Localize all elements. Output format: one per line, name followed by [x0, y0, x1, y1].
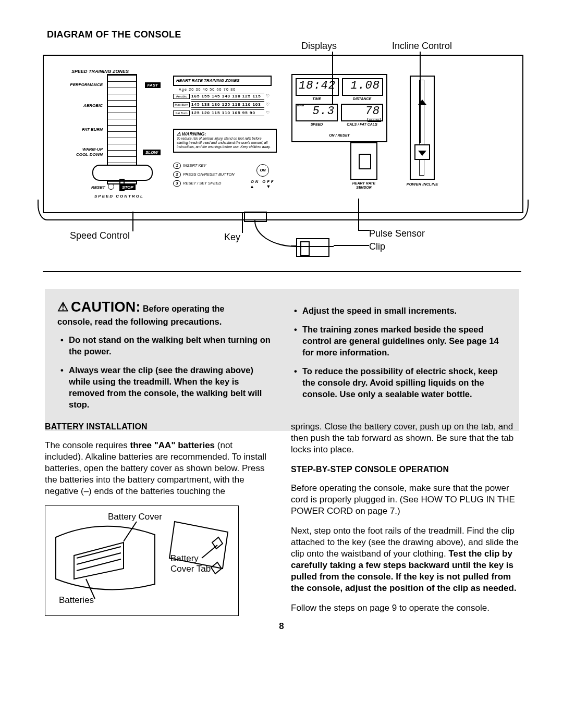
- step-1-text: INSERT KEY: [183, 163, 206, 168]
- battery-continued: springs. Close the battery cover, push u…: [291, 421, 519, 455]
- operation-p1: Before operating the console, make sure …: [291, 483, 519, 517]
- heading-battery: BATTERY INSTALLATION: [45, 421, 273, 433]
- display-panel: 18:42 1.08 TIME DISTANCE BPM 5.3 78 SPEE…: [291, 74, 387, 142]
- hrs-label-1: HEART RATE: [346, 181, 382, 186]
- page-number: 8: [0, 621, 563, 632]
- callout-clip: Clip: [369, 241, 385, 252]
- caution-item: To reduce the possibility of electric sh…: [297, 365, 507, 400]
- battery-paragraph: The console requires three "AA" batterie…: [45, 440, 273, 497]
- zone-cool-down: COOL-DOWN: [65, 152, 103, 157]
- lower-columns: BATTERY INSTALLATION The console require…: [45, 421, 519, 622]
- hrs-pad[interactable]: [350, 142, 377, 180]
- heart-icon: ♡: [266, 102, 270, 107]
- zone-performance: PERFORMANCE: [65, 82, 103, 87]
- operation-p2: Next, step onto the foot rails of the tr…: [291, 525, 519, 594]
- hrtz-fatburn-values: 125 120 115 110 105 95 90: [191, 109, 264, 116]
- hrtz-maxburn-values: 145 138 130 125 118 110 103: [191, 101, 264, 108]
- label-on-reset: ON / RESET: [296, 133, 383, 137]
- up-down-arrows-icon[interactable]: ▲ ▼: [250, 184, 276, 189]
- zone-warm-up: WARM-UP: [65, 147, 103, 152]
- label-pulse: PULSE: [368, 118, 381, 122]
- hrtz-aerobic-label: Aerobic: [173, 94, 190, 99]
- console-outline: SPEED TRAINING ZONES PERFORMANCE AEROBIC…: [43, 55, 523, 213]
- power-incline: POWER INCLINE: [396, 76, 448, 192]
- stop-label[interactable]: STOP: [120, 184, 136, 190]
- caution-item: The training zones marked beside the spe…: [297, 324, 507, 358]
- warning-body: To reduce risk of serious injury, stand …: [177, 137, 273, 149]
- belt-clip[interactable]: [296, 238, 329, 257]
- clip-pin: [291, 245, 296, 246]
- reset-icon: [108, 183, 114, 190]
- speed-control-label: SPEED CONTROL: [94, 194, 144, 199]
- on-button[interactable]: ON: [256, 164, 269, 177]
- hrtz-fatburn-label: Fat Burn: [173, 110, 190, 116]
- hrtz-maxburn-label: Max Burn: [173, 102, 190, 107]
- battery-figure: Battery Cover Battery Cover Tab Batterie…: [45, 505, 239, 616]
- step-1-icon: 1: [173, 163, 181, 169]
- caution-item: Adjust the speed in small increments.: [297, 305, 507, 316]
- step-2-text: PRESS ON/RESET BUTTON: [183, 172, 235, 177]
- tag-fast: FAST: [145, 82, 161, 88]
- caution-lead-2: console, read the following precautions.: [57, 315, 273, 328]
- warning-triangle-icon: ⚠: [177, 131, 181, 137]
- incline-up-arrow-icon[interactable]: [418, 95, 426, 105]
- hrtz-age-row: Age 20 30 40 50 60 70 80: [173, 88, 270, 91]
- heart-rate-zones: HEART RATE TRAINING ZONES Age 20 30 40 5…: [173, 76, 270, 116]
- leader-line: [358, 230, 370, 231]
- tag-slow: SLOW: [143, 150, 161, 155]
- zone-fat-burn: FAT BURN: [65, 127, 103, 132]
- svg-line-0: [124, 522, 137, 541]
- caution-item: Always wear the clip (see the drawing ab…: [64, 364, 273, 410]
- section-divider: [43, 271, 521, 272]
- heart-icon: ♡: [266, 94, 270, 98]
- incline-slider-track[interactable]: [410, 76, 435, 180]
- battery-text: The console requires: [45, 440, 130, 450]
- step-3-icon: 3: [173, 180, 181, 187]
- caution-item: Do not stand on the walking belt when tu…: [64, 334, 273, 357]
- stz-title: SPEED TRAINING ZONES: [71, 69, 129, 74]
- callout-key: Key: [224, 232, 240, 243]
- label-speed: SPEED: [296, 122, 338, 126]
- step-2-icon: 2: [173, 171, 181, 178]
- step-3-text: RESET / SET SPEED: [183, 181, 221, 186]
- heading-operation: STEP-BY-STEP CONSOLE OPERATION: [291, 464, 519, 475]
- display-time: 18:42: [296, 78, 339, 96]
- console-steps: 1INSERT KEY 2PRESS ON/RESET BUTTON 3RESE…: [173, 160, 235, 189]
- callout-incline-control: Incline Control: [392, 41, 452, 52]
- leader-line: [358, 199, 359, 231]
- manual-page: DIAGRAM OF THE CONSOLE Displays Incline …: [0, 0, 563, 728]
- caution-left-col: ⚠CAUTION: Before operating the console, …: [57, 301, 273, 417]
- caution-word: CAUTION:: [71, 299, 141, 315]
- leader-line: [132, 212, 133, 231]
- battery-line-art: [45, 506, 238, 615]
- reset-label: RESET: [91, 185, 105, 190]
- key-and-clip: [239, 209, 354, 259]
- hrs-label-2: SENSOR: [346, 186, 382, 190]
- caution-right-col: Adjust the speed in small increments. Th…: [291, 301, 507, 417]
- callout-speed-control: Speed Control: [70, 230, 130, 241]
- caution-box: ⚠CAUTION: Before operating the console, …: [45, 289, 519, 431]
- hrtz-title: HEART RATE TRAINING ZONES: [173, 76, 272, 86]
- label-distance: DISTANCE: [341, 97, 383, 101]
- incline-down-arrow-icon[interactable]: [418, 151, 426, 160]
- label-bpm: BPM: [297, 104, 304, 107]
- on-off-label: ON OFF: [250, 179, 276, 184]
- operation-p3: Follow the steps on page 9 to operate th…: [291, 602, 519, 614]
- battery-bold: three "AA" batteries: [130, 440, 215, 450]
- on-controls: ON ON OFF ▲ ▼: [250, 164, 276, 189]
- label-cals: CALS / FAT CALS: [341, 122, 383, 126]
- label-time: TIME: [296, 97, 338, 101]
- svg-line-2: [202, 545, 217, 558]
- zone-aerobic: AEROBIC: [65, 103, 103, 108]
- caution-triangle-icon: ⚠: [57, 300, 69, 314]
- power-incline-label: POWER INCLINE: [396, 182, 448, 187]
- callout-pulse-sensor: Pulse Sensor: [369, 228, 425, 239]
- speed-training-zones: SPEED TRAINING ZONES PERFORMANCE AEROBIC…: [65, 69, 173, 199]
- heart-icon: ♡: [266, 110, 270, 115]
- caution-lead-1: Before operating the: [143, 304, 224, 313]
- callout-displays: Displays: [301, 41, 337, 52]
- heart-rate-sensor: HEART RATE SENSOR: [346, 142, 382, 192]
- warning-title: WARNING:: [182, 131, 206, 137]
- hrtz-aerobic-values: 165 155 145 140 130 125 115: [191, 93, 264, 100]
- display-distance: 1.08: [342, 78, 383, 96]
